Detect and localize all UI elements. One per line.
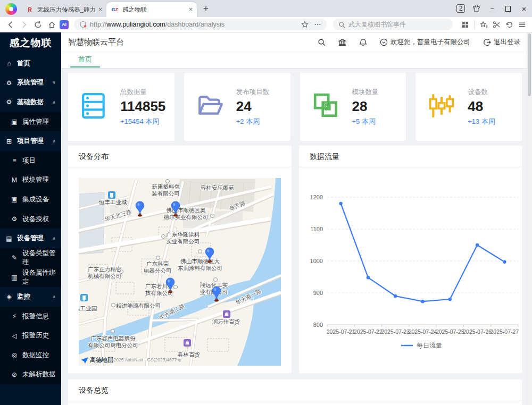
reload-button[interactable]	[32, 19, 44, 30]
chevron-icon: ∧	[53, 100, 56, 105]
svg-text:2025-07-21: 2025-07-21	[327, 328, 355, 335]
app-logo: 感之物联	[0, 32, 61, 54]
sidebar-item[interactable]: ⊘ 未解析数据	[0, 365, 61, 385]
favorites-icon[interactable]	[478, 19, 489, 30]
apps-grid-icon[interactable]	[459, 19, 471, 30]
sidebar-item-label: 监控	[17, 292, 30, 301]
map-marker[interactable]	[135, 201, 145, 217]
browser-tabstrip: R 无线压力传感器_静力水准仪_ ×GZ 感之物联 × + 2 − ×	[0, 0, 532, 17]
stat-cards: 总数据量 114855 +15454 本周 发布项目数 24 +2 本周 模块数…	[68, 73, 522, 141]
traffic-panel: 数据流量 8009001000110012002025-07-212025-07…	[299, 146, 522, 373]
tab-container: R 无线压力传感器_静力水准仪_ ×GZ 感之物联 ×	[21, 2, 197, 17]
device-icon: ▣	[10, 196, 19, 203]
svg-text:每日流量: 每日流量	[417, 342, 442, 349]
map-marker[interactable]	[212, 286, 221, 302]
logout-icon	[483, 38, 491, 46]
sidebar-item[interactable]: ⌂ 首页	[0, 54, 61, 73]
browser-logo-icon[interactable]	[5, 3, 17, 15]
page-scrollbar[interactable]	[527, 32, 532, 405]
sidebar-item-label: 报警信息	[22, 312, 49, 321]
browser-tab[interactable]: R 无线压力传感器_静力水准仪_ ×	[21, 2, 106, 17]
sidebar-item[interactable]: ◈ 监控∧	[0, 287, 61, 307]
module-icon: M	[10, 176, 19, 184]
header-search-icon[interactable]	[318, 38, 326, 46]
poi-dot-icon	[161, 234, 165, 239]
stat-label: 发布项目数	[236, 88, 270, 97]
bookmark-star-icon[interactable]	[301, 21, 309, 28]
home-button[interactable]	[46, 19, 57, 30]
forward-button[interactable]	[18, 19, 30, 30]
close-button[interactable]: ×	[516, 0, 532, 17]
minimize-button[interactable]: −	[484, 0, 500, 17]
stat-delta: +5 本周	[352, 117, 379, 126]
stat-label: 设备数	[468, 88, 495, 97]
sidebar-item[interactable]: ▣ 属性管理	[0, 112, 61, 132]
window-controls: 2 − ×	[453, 0, 532, 17]
chevron-icon: ∧	[53, 236, 56, 241]
stat-card: 发布项目数 24 +2 本周	[184, 73, 290, 141]
sidebar-item[interactable]: ▥ 设备属性绑定	[0, 268, 61, 288]
back-button[interactable]	[4, 19, 16, 30]
sidebar-item[interactable]: ⚙ 系统管理∨	[0, 73, 61, 93]
sidebar-item[interactable]: ⚡ 报警信息	[0, 307, 61, 326]
map-marker[interactable]	[171, 201, 180, 217]
url-field[interactable]: http://www.puliangiot.com/dashboard/anal…	[74, 19, 327, 30]
org-bank-icon[interactable]	[338, 38, 346, 46]
tab-home[interactable]: 首页	[70, 52, 100, 68]
map-marker[interactable]	[165, 277, 175, 293]
history-undo-icon[interactable]	[503, 19, 515, 30]
sidebar-item[interactable]: ◁ 报警历史	[0, 326, 61, 345]
database-icon	[81, 92, 107, 121]
more-actions-icon[interactable]	[314, 21, 321, 28]
poi-dot-icon	[198, 249, 202, 254]
stat-card: 设备数 48 +13 本周	[415, 73, 522, 141]
svg-text:2025-07-26: 2025-07-26	[463, 328, 492, 335]
screenshot-scissors-icon[interactable]	[491, 19, 502, 30]
map-canvas[interactable]: 新康塑料包 装有限公司容桂安乐阁苑恒丰工业城佛山市顺德区奥 德尔实业有限公司广东…	[79, 178, 281, 366]
search-box[interactable]: 武大复核图书馆事件	[333, 19, 453, 30]
logout-button[interactable]: 退出登录	[483, 38, 520, 47]
sidebar-item[interactable]: ⚙ 基础数据∧	[0, 92, 61, 112]
list-icon: ≡	[10, 157, 19, 164]
stat-label: 总数据量	[120, 88, 165, 97]
address-bar: AI http://www.puliangiot.com/dashboard/a…	[0, 17, 532, 32]
sidebar-item-label: 设备管理	[17, 234, 44, 243]
tab-count-badge[interactable]: 2	[456, 4, 465, 13]
stat-value: 24	[236, 98, 270, 115]
sidebar-item[interactable]: ✎ 设备类型管理	[0, 248, 61, 268]
menu-hamburger-icon[interactable]	[516, 19, 528, 30]
sidebar-item[interactable]: ▤ 设备管理∧	[0, 229, 61, 248]
sidebar-item[interactable]: ◎ 数据监控	[0, 345, 61, 365]
sound-icon: ◁	[10, 332, 19, 340]
amap-logo: 高德地图	[81, 356, 113, 364]
sidebar-item[interactable]: ⊞ 项目管理∧	[0, 131, 61, 151]
sidebar-item[interactable]: ⚙ 设备授权	[0, 209, 61, 229]
sidebar-item[interactable]: ▣ 集成设备	[0, 190, 61, 209]
ai-assistant-icon[interactable]: AI	[60, 20, 69, 29]
new-tab-button[interactable]: +	[197, 3, 215, 17]
sidebar-item[interactable]: M 模块管理	[0, 171, 61, 190]
notifications-bell-icon[interactable]	[359, 38, 367, 46]
map-marker[interactable]	[205, 247, 214, 263]
sidebar-item-label: 集成设备	[22, 195, 49, 204]
folder-icon	[197, 92, 223, 121]
map-attribution: © 2025 AutoNavi - GS(2023)4677号	[109, 357, 181, 364]
sidebar-item-label: 数据监控	[22, 351, 49, 360]
browser-tab[interactable]: GZ 感之物联 ×	[106, 2, 197, 17]
device-map-panel: 设备分布	[68, 146, 292, 373]
poi-dot-icon	[156, 256, 160, 260]
user-welcome[interactable]: 欢迎您，普量电子有限公司	[380, 38, 470, 47]
theme-shirt-icon[interactable]	[468, 0, 484, 17]
svg-text:2025-07-22: 2025-07-22	[354, 328, 383, 335]
user-circle-icon	[380, 38, 388, 46]
scrollbar-thumb[interactable]	[528, 33, 531, 96]
tab-close-icon[interactable]: ×	[98, 6, 102, 13]
url-text: http://www.puliangiot.com/dashboard/anal…	[90, 21, 225, 28]
maximize-button[interactable]	[500, 0, 516, 17]
tab-close-icon[interactable]: ×	[189, 6, 193, 13]
toolbar-right	[459, 19, 528, 30]
stat-value: 28	[352, 98, 379, 115]
home-icon: ⌂	[5, 60, 13, 67]
sidebar-item[interactable]: ≡ 项目	[0, 151, 61, 171]
sidebar-item-label: 项目	[22, 156, 36, 165]
